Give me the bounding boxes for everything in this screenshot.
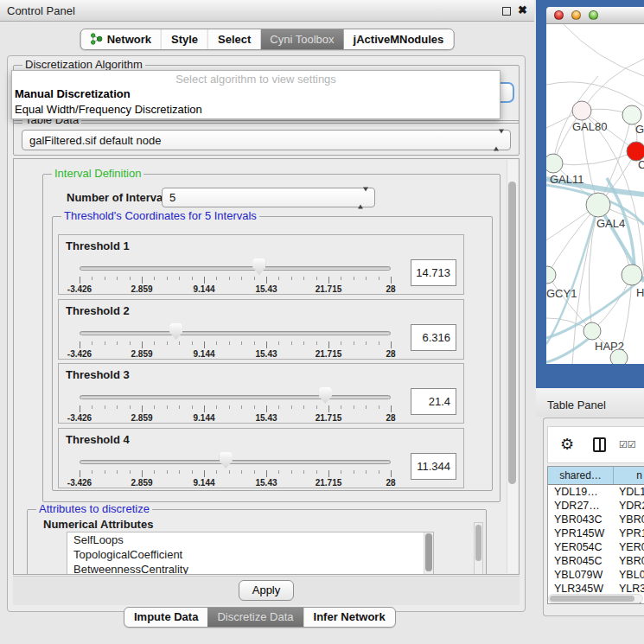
table-hscrollbar[interactable] [548, 594, 643, 603]
tick [117, 470, 118, 474]
tick [303, 341, 304, 345]
tick [92, 277, 92, 280]
table-cell[interactable]: YDR27… [548, 499, 614, 513]
table-cell[interactable]: YBR043C [548, 513, 614, 526]
network-node-label: GAL4 [596, 217, 625, 230]
tick [354, 470, 354, 474]
table-row[interactable]: YDL19…YDL1 [548, 485, 644, 499]
network-node[interactable] [622, 105, 641, 124]
table-row[interactable]: YDR27…YDR2 [548, 499, 644, 513]
threshold-value-input[interactable]: 6.316 [411, 324, 456, 351]
tab-select[interactable]: Select [207, 29, 260, 49]
slider-thumb[interactable] [220, 452, 233, 469]
table-cell[interactable]: YBR0 [614, 513, 644, 526]
column-header-name[interactable]: n [614, 467, 644, 484]
slider-track[interactable] [80, 266, 391, 271]
network-node[interactable] [546, 154, 563, 173]
table-cell[interactable]: YBL079W [548, 568, 614, 582]
tick [216, 470, 217, 474]
table-cell[interactable]: YER0 [614, 540, 644, 554]
node-table: shared… n YDL19…YDL1YDR27…YDR2YBR043CYBR… [547, 466, 644, 604]
network-node[interactable] [610, 349, 628, 364]
slider-thumb[interactable] [252, 258, 265, 275]
network-node[interactable] [622, 265, 642, 285]
popup-item-manual-discretization[interactable]: Manual Discretization [15, 87, 131, 100]
tab-impute-data[interactable]: Impute Data [124, 608, 207, 627]
tick [254, 470, 255, 474]
split-column-icon[interactable] [593, 437, 606, 452]
tab-infer-network[interactable]: Infer Network [303, 608, 395, 627]
panel-scrollbar[interactable] [507, 160, 518, 573]
network-node[interactable] [586, 193, 610, 217]
algorithm-hint: Select algorithm to view settings [12, 73, 500, 86]
tick [278, 405, 279, 409]
table-cell[interactable]: YDL19… [548, 485, 614, 499]
table-row[interactable]: YBR045CYBR0 [548, 554, 644, 568]
list-scrollbar[interactable] [424, 532, 433, 575]
list-item[interactable]: TopologicalCoefficient [67, 547, 433, 562]
gear-icon[interactable]: ⚙ [560, 435, 574, 454]
table-cell[interactable]: YDL1 [614, 485, 644, 499]
network-node[interactable] [572, 101, 591, 120]
number-of-intervals-combobox[interactable]: 5 [162, 188, 375, 207]
table-cell[interactable]: YER054C [548, 540, 614, 554]
table-cell[interactable]: YBR045C [548, 554, 614, 568]
slider-track[interactable] [80, 331, 391, 335]
tab-network[interactable]: Network [81, 29, 161, 49]
float-window-icon[interactable] [502, 7, 511, 16]
attributes-scrollbar-thumb[interactable] [475, 525, 481, 561]
attributes-scrollbar[interactable] [474, 522, 483, 575]
tab-jactivemnodules[interactable]: jActiveMNodules [344, 29, 454, 49]
slider-thumb[interactable] [169, 323, 182, 340]
slider-tick-labels: -3.4262.8599.14415.4321.71528 [80, 478, 391, 488]
tick [291, 470, 292, 474]
slider-track[interactable] [80, 460, 391, 464]
network-node[interactable] [583, 322, 601, 340]
popup-item-equal-width-frequency[interactable]: Equal Width/Frequency Discretization [15, 103, 202, 116]
threshold-value-input[interactable]: 21.4 [411, 388, 456, 415]
tick [105, 470, 105, 474]
table-row[interactable]: YBL079WYBL0 [548, 568, 644, 582]
tick-label: 21.715 [316, 478, 342, 488]
table-row[interactable]: YPR145WYPR1 [548, 526, 644, 540]
list-scrollbar-thumb[interactable] [425, 533, 432, 571]
tick [105, 277, 105, 280]
table-row[interactable]: YER054CYER0 [548, 540, 644, 554]
tick [328, 405, 329, 412]
table-row[interactable]: YBR043CYBR0 [548, 513, 644, 526]
slider-thumb[interactable] [319, 387, 332, 404]
tick [266, 277, 267, 284]
tick [291, 405, 292, 409]
minimize-traffic-light[interactable] [571, 10, 581, 20]
table-cell[interactable]: YBL0 [614, 568, 644, 582]
table-cell[interactable]: YBR0 [614, 554, 644, 568]
apply-button[interactable]: Apply [239, 580, 294, 601]
panel-scrollbar-thumb[interactable] [508, 182, 516, 484]
tick [130, 405, 131, 409]
table-hscrollbar-thumb[interactable] [550, 596, 634, 602]
slider-ticks [80, 405, 391, 413]
close-traffic-light[interactable] [554, 10, 564, 20]
list-item[interactable]: SelfLoops [67, 532, 433, 547]
threshold-value-input[interactable]: 14.713 [411, 259, 456, 286]
network-node[interactable] [546, 266, 556, 284]
network-edge [553, 151, 636, 165]
network-node-label: GA [635, 123, 644, 136]
tab-style[interactable]: Style [161, 29, 207, 49]
table-cell[interactable]: YPR1 [614, 526, 644, 540]
panel-title: Control Panel [7, 4, 75, 17]
table-data-combobox[interactable]: galFiltered.sif default node [22, 130, 511, 150]
list-item[interactable]: BetweennessCentrality [67, 562, 433, 575]
table-cell[interactable]: YPR145W [548, 526, 614, 540]
tick [117, 405, 118, 409]
column-header-shared[interactable]: shared… [548, 467, 614, 484]
tab-cyni-toolbox[interactable]: Cyni Toolbox [260, 29, 343, 49]
checkbox-icons[interactable]: ☑☑ [619, 439, 636, 450]
close-icon[interactable]: ✖ [518, 3, 527, 16]
slider-track[interactable] [80, 395, 391, 399]
network-canvas[interactable]: GAL80GACGAL11GAL4GCY1HHAP2 [546, 24, 644, 364]
zoom-traffic-light[interactable] [589, 10, 598, 20]
table-cell[interactable]: YDR2 [614, 499, 644, 513]
threshold-value-input[interactable]: 11.344 [411, 453, 456, 480]
tab-discretize-data[interactable]: Discretize Data [207, 608, 303, 627]
